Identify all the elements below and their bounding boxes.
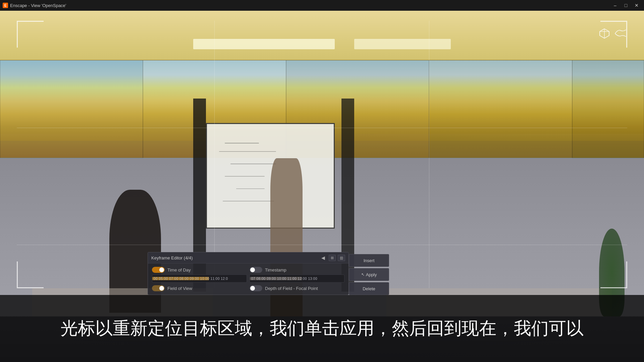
timestamp-toggle[interactable] bbox=[250, 267, 262, 273]
window-pane-1 bbox=[0, 60, 143, 158]
delete-button[interactable]: Delete bbox=[349, 282, 389, 295]
timestamp-labels: 07 08:00 09:00 10:00 11:00 12:00 13:00 bbox=[250, 275, 344, 282]
keyframe-header-controls: ◀ ⊞ ▥ bbox=[320, 254, 345, 261]
time-of-day-labels: 00 05:00 07:00 08:00 09:00 10:00 11:00 1… bbox=[152, 275, 247, 282]
time-of-day-toggle-knob bbox=[159, 267, 164, 272]
cursor-icon: ↖ bbox=[361, 272, 365, 277]
depth-of-field-toggle-row: Depth of Field - Focal Point bbox=[250, 285, 344, 291]
ceiling-light-2 bbox=[354, 39, 451, 49]
subtitle-bar: 光标以重新定位目标区域，我们单击应用，然后回到现在，我们可以 bbox=[0, 295, 644, 362]
timestamp-row: Timestamp 07 08:00 09:00 10:00 11:00 12:… bbox=[250, 267, 344, 283]
apply-button[interactable]: ↖ Apply bbox=[349, 268, 389, 281]
field-of-view-label: Field of View bbox=[167, 286, 192, 291]
window-pane-4 bbox=[429, 60, 572, 158]
timestamp-slider[interactable]: 07 08:00 09:00 10:00 11:00 12:00 13:00 bbox=[250, 275, 344, 283]
guide-line-vertical-2 bbox=[429, 21, 429, 288]
scribble bbox=[225, 176, 265, 177]
field-of-view-toggle-row: Field of View bbox=[152, 285, 247, 291]
keyframe-editor: Keyframe Editor (4/4) ◀ ⊞ ▥ Time of Day bbox=[148, 252, 349, 295]
field-of-view-toggle[interactable] bbox=[152, 285, 165, 291]
window-title: Enscape - View 'OpenSpace' bbox=[10, 3, 66, 8]
depth-of-field-toggle[interactable] bbox=[250, 285, 262, 291]
corner-bracket-top-left bbox=[17, 21, 44, 48]
keyframe-prev-button[interactable]: ◀ bbox=[320, 254, 327, 261]
cube-icon[interactable] bbox=[598, 27, 610, 40]
corner-bracket-bottom-right bbox=[600, 261, 627, 288]
scribble bbox=[236, 188, 265, 189]
time-of-day-timeline-text: 00 05:00 07:00 08:00 09:00 10:00 11:00 1… bbox=[154, 277, 228, 281]
guide-line-horizontal-1 bbox=[17, 128, 627, 128]
keyframe-body: Time of Day 00 05:00 07:00 08:00 09:00 1… bbox=[148, 263, 348, 295]
corner-bracket-bottom-left bbox=[17, 261, 44, 288]
top-right-icons bbox=[598, 27, 627, 40]
timestamp-toggle-row: Timestamp bbox=[250, 267, 344, 273]
depth-of-field-row: Depth of Field - Focal Point bbox=[250, 285, 344, 291]
guide-line-horizontal-2 bbox=[17, 245, 627, 245]
keyframe-view-btn-2[interactable]: ▥ bbox=[338, 255, 345, 261]
app-window: E Enscape - View 'OpenSpace' – □ ✕ bbox=[0, 0, 644, 362]
app-icon: E bbox=[3, 3, 8, 8]
title-bar: E Enscape - View 'OpenSpace' – □ ✕ bbox=[0, 0, 644, 11]
viewport[interactable]: Keyframe Editor (4/4) ◀ ⊞ ▥ Time of Day bbox=[0, 11, 644, 362]
guide-line-vertical-1 bbox=[214, 21, 215, 288]
close-button[interactable]: ✕ bbox=[632, 2, 641, 9]
wing-icon[interactable] bbox=[614, 27, 627, 40]
depth-of-field-label: Depth of Field - Focal Point bbox=[265, 286, 318, 291]
action-buttons-panel: Insert ↖ Apply Delete bbox=[349, 254, 389, 295]
title-bar-controls: – □ ✕ bbox=[610, 2, 641, 9]
time-of-day-toggle-row: Time of Day bbox=[152, 267, 247, 273]
timestamp-label: Timestamp bbox=[265, 267, 286, 273]
keyframe-view-btn-1[interactable]: ⊞ bbox=[329, 255, 336, 261]
minimize-button[interactable]: – bbox=[610, 2, 620, 9]
window-pane-5 bbox=[572, 60, 644, 158]
maximize-button[interactable]: □ bbox=[621, 2, 631, 9]
apply-label: Apply bbox=[366, 272, 377, 277]
timestamp-toggle-knob bbox=[250, 267, 255, 272]
keyframe-editor-title: Keyframe Editor (4/4) bbox=[151, 255, 193, 260]
field-of-view-row: Field of View bbox=[152, 285, 247, 291]
insert-button[interactable]: Insert bbox=[349, 254, 389, 267]
field-of-view-toggle-knob bbox=[159, 286, 164, 291]
time-of-day-slider[interactable]: 00 05:00 07:00 08:00 09:00 10:00 11:00 1… bbox=[152, 275, 247, 283]
time-of-day-label: Time of Day bbox=[167, 267, 191, 273]
scribble bbox=[225, 143, 259, 143]
time-of-day-row: Time of Day 00 05:00 07:00 08:00 09:00 1… bbox=[152, 267, 247, 283]
scribble bbox=[230, 164, 276, 164]
title-bar-left: E Enscape - View 'OpenSpace' bbox=[3, 3, 66, 8]
keyframe-header: Keyframe Editor (4/4) ◀ ⊞ ▥ bbox=[148, 252, 348, 263]
subtitle-text: 光标以重新定位目标区域，我们单击应用，然后回到现在，我们可以 bbox=[60, 317, 584, 340]
time-of-day-toggle[interactable] bbox=[152, 267, 165, 273]
scribble bbox=[223, 201, 274, 201]
scribble bbox=[219, 151, 276, 152]
timestamp-timeline-text: 07 08:00 09:00 10:00 11:00 12:00 13:00 bbox=[251, 277, 317, 281]
depth-of-field-toggle-knob bbox=[250, 286, 255, 291]
